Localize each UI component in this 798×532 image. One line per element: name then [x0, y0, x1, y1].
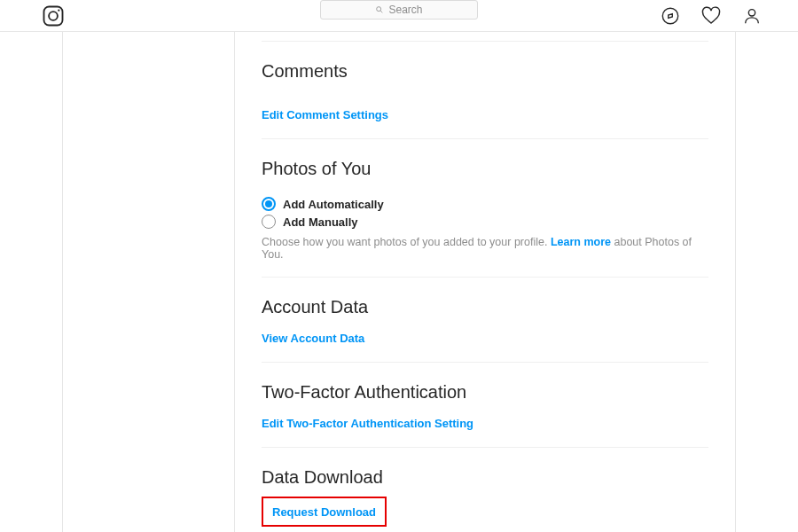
radio-add-manually[interactable]: Add Manually [262, 215, 708, 229]
settings-main: Comments Edit Comment Settings Photos of… [235, 32, 735, 532]
profile-icon[interactable] [741, 5, 763, 27]
top-bar: Search [0, 0, 798, 32]
nav-icons [660, 5, 763, 27]
activity-heart-icon[interactable] [700, 5, 722, 27]
instagram-logo-icon[interactable] [41, 4, 66, 28]
settings-frame: Comments Edit Comment Settings Photos of… [62, 32, 736, 532]
settings-sidebar [63, 32, 235, 532]
page-body: Comments Edit Comment Settings Photos of… [0, 32, 798, 532]
search-placeholder: Search [388, 4, 422, 16]
section-two-factor: Two-Factor Authentication Edit Two-Facto… [262, 363, 708, 448]
svg-point-2 [58, 9, 59, 11]
request-download-link[interactable]: Request Download [272, 505, 376, 519]
section-title: Two-Factor Authentication [262, 382, 708, 403]
search-input[interactable]: Search [320, 0, 478, 20]
section-title: Photos of You [262, 159, 708, 179]
svg-rect-0 [44, 6, 63, 25]
radio-add-automatically[interactable]: Add Automatically [262, 197, 708, 211]
radio-icon [262, 197, 276, 211]
section-title: Comments [262, 61, 708, 82]
svg-marker-6 [669, 13, 673, 18]
request-download-highlight: Request Download [262, 497, 387, 527]
learn-more-link[interactable]: Learn more [551, 236, 611, 248]
edit-two-factor-link[interactable]: Edit Two-Factor Authentication Setting [262, 417, 473, 430]
svg-point-5 [662, 8, 677, 23]
svg-point-3 [377, 7, 381, 12]
photos-helper-text: Choose how you want photos of you added … [262, 236, 708, 261]
radio-label: Add Manually [283, 215, 358, 229]
section-title: Data Download [262, 467, 708, 488]
section-photos-of-you: Photos of You Add Automatically Add Manu… [262, 139, 708, 278]
section-account-data: Account Data View Account Data [262, 278, 708, 363]
svg-point-1 [49, 12, 58, 20]
svg-line-4 [381, 11, 383, 12]
view-account-data-link[interactable]: View Account Data [262, 332, 364, 345]
svg-point-7 [748, 9, 755, 15]
section-title: Account Data [262, 297, 708, 317]
section-comments: Comments Edit Comment Settings [262, 42, 708, 139]
radio-icon [262, 215, 276, 229]
top-divider [262, 32, 708, 42]
section-data-download: Data Download Request Download [262, 448, 708, 532]
explore-icon[interactable] [660, 5, 681, 27]
edit-comment-settings-link[interactable]: Edit Comment Settings [262, 108, 388, 121]
radio-label: Add Automatically [283, 198, 384, 211]
